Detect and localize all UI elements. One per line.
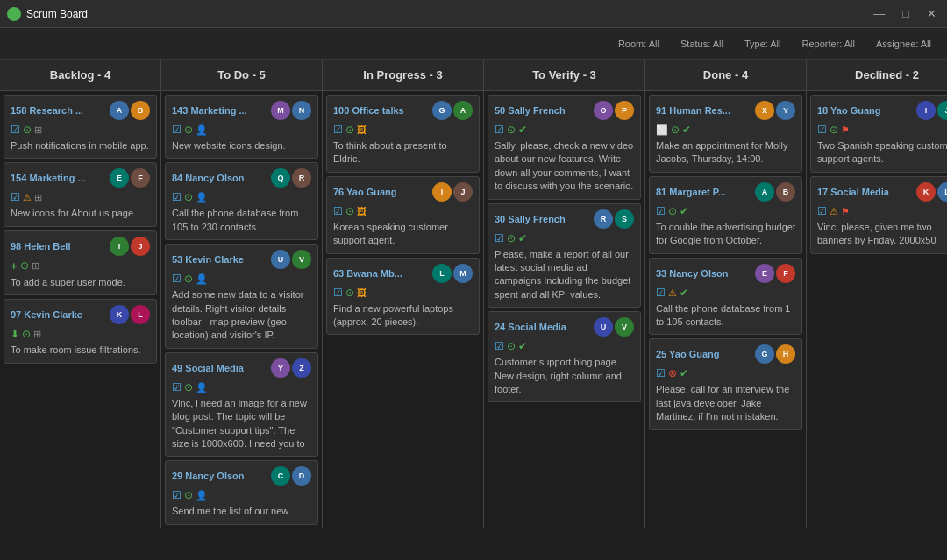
card-76[interactable]: 76 Yao GuangIJ☑⊙🖼Korean speaking custome… [326,176,480,254]
title-bar: Scrum Board — □ ✕ [0,0,947,28]
avatar: R [292,168,311,188]
card-84[interactable]: 84 Nancy OlsonQR☑⊙👤Call the phone databa… [165,162,318,240]
card-avatars-84: QR [271,168,311,188]
card-18[interactable]: 18 Yao GuangIJ☑⊙⚑Two Spanish speaking cu… [810,95,947,173]
circle-icon: ⊙ [507,232,516,245]
avatar: Y [776,101,795,120]
avatar: X [755,101,774,120]
app-logo [7,7,21,21]
avatar: O [594,101,613,120]
card-body-63: Find a new powerful laptops (approx. 20 … [333,302,473,330]
avatar: M [271,101,290,120]
card-body-76: Korean speaking customer support agent. [333,221,473,248]
card-header-100: 100 Office talksGA [333,101,473,120]
card-33[interactable]: 33 Nancy OlsonEF☑⚠✔Call the phone databa… [649,258,802,336]
column-header-toverify: To Verify - 3 [484,60,644,91]
card-header-98: 98 Helen BellIJ [11,237,150,256]
filter-assignee[interactable]: Assignee: All [871,37,936,51]
card-header-63: 63 Bwana Mb...LM [333,264,473,283]
circle-icon: ⊙ [345,287,354,299]
card-header-29: 29 Nancy OlsonCD [172,466,311,486]
green-check-icon: ✔ [518,124,527,136]
card-29[interactable]: 29 Nancy OlsonCD☑⊙👤Send me the list of o… [165,460,318,524]
card-icons-17: ☑⚠⚑ [817,205,947,217]
card-17[interactable]: 17 Social MediaKL☑⚠⚑Vinc, please, given … [810,176,947,254]
blue-check-icon: ☑ [495,232,504,245]
card-154[interactable]: 154 Marketing ...EF☑⚠⊞New icons for Abou… [4,162,157,226]
circle-icon: ⊙ [23,124,32,136]
card-158[interactable]: 158 Research ...AB☑⊙⊞Push notifications … [4,95,157,159]
card-50[interactable]: 50 Sally FrenchOP☑⊙✔Sally, please, check… [488,95,641,200]
circle-icon: ⊙ [345,124,354,136]
card-title-76: 76 Yao Guang [333,187,397,197]
card-icons-30: ☑⊙✔ [495,232,634,245]
column-inprogress: In Progress - 3100 Office talksGA☑⊙🖼To t… [323,60,484,528]
column-cards-inprogress: 100 Office talksGA☑⊙🖼To think about a pr… [323,91,483,528]
card-body-49: Vinc, i need an image for a new blog pos… [172,397,311,451]
card-body-91: Make an appointment for Molly Jacobs, Th… [656,139,795,167]
avatar: R [594,209,613,229]
warn-icon: ⚠ [23,191,32,203]
card-body-81: To double the advertising budget for Goo… [656,221,795,248]
card-header-97: 97 Kevin ClarkeKL [11,305,150,324]
down-icon: ⬇ [11,328,19,340]
circle-icon: ⊙ [671,124,680,136]
person-icon: 👤 [196,381,208,393]
restore-button[interactable]: □ [899,7,913,20]
card-header-30: 30 Sally FrenchRS [495,209,634,229]
card-63[interactable]: 63 Bwana Mb...LM☑⊙🖼Find a new powerful l… [326,258,480,336]
minimize-button[interactable]: — [870,7,888,20]
close-button[interactable]: ✕ [923,7,940,20]
filter-reporter[interactable]: Reporter: All [796,37,860,51]
card-24[interactable]: 24 Social MediaUV☑⊙✔Customer support blo… [488,311,641,402]
green-check-icon: ✔ [680,367,688,379]
avatar: G [432,101,452,120]
card-49[interactable]: 49 Social MediaYZ☑⊙👤Vinc, i need an imag… [165,352,318,457]
filter-room[interactable]: Room: All [613,37,665,51]
card-97[interactable]: 97 Kevin ClarkeKL⬇⊙⊞To make room issue f… [4,299,157,363]
column-cards-backlog: 158 Research ...AB☑⊙⊞Push notifications … [0,91,160,528]
avatar: G [755,344,774,364]
card-100[interactable]: 100 Office talksGA☑⊙🖼To think about a pr… [326,95,480,173]
avatar: Q [271,168,290,188]
card-avatars-33: EF [755,264,795,283]
card-143[interactable]: 143 Marketing ...MN☑⊙👤New website icons … [165,95,318,159]
card-icons-24: ☑⊙✔ [495,340,634,352]
card-81[interactable]: 81 Margaret P...AB☑⊙✔To double the adver… [649,176,802,254]
card-30[interactable]: 30 Sally FrenchRS☑⊙✔Please, make a repor… [488,203,641,308]
avatar: A [755,182,774,202]
card-header-24: 24 Social MediaUV [495,317,634,337]
blue-check-icon: ☑ [656,287,666,299]
circle-icon: ⊙ [345,205,354,217]
layers-icon: ⊞ [33,328,41,340]
card-icons-33: ☑⚠✔ [656,287,795,299]
avatar: I [110,237,129,256]
card-avatars-81: AB [755,182,795,202]
circle-icon: ⊙ [184,124,193,136]
card-avatars-97: KL [110,305,150,324]
green-check-icon: ✔ [680,287,688,299]
card-title-49: 49 Social Media [172,363,244,373]
layers-icon: ⊞ [34,124,42,136]
card-98[interactable]: 98 Helen BellIJ+⊙⊞To add a super user mo… [4,230,157,295]
column-header-backlog: Backlog - 4 [0,60,160,91]
blue-check-icon: ☑ [11,191,20,203]
filter-type[interactable]: Type: All [739,37,787,51]
card-header-143: 143 Marketing ...MN [172,101,311,120]
card-icons-25: ☑⊗✔ [656,367,795,379]
card-icons-50: ☑⊙✔ [495,124,634,136]
blue-check-icon: ☑ [172,273,182,285]
column-declined: Declined - 218 Yao GuangIJ☑⊙⚑Two Spanish… [807,60,947,528]
card-body-25: Please, call for an interview the last j… [656,383,795,423]
avatar: K [916,182,936,202]
circle-icon: ⊙ [184,489,193,501]
filter-status[interactable]: Status: All [675,37,729,51]
card-body-97: To make room issue filtrations. [11,344,150,357]
app-title: Scrum Board [26,8,88,20]
card-91[interactable]: 91 Human Res...XY⬜⊙✔Make an appointment … [649,95,802,173]
card-53[interactable]: 53 Kevin ClarkeUV☑⊙👤Add some new data to… [165,244,318,349]
card-icons-63: ☑⊙🖼 [333,287,473,299]
card-25[interactable]: 25 Yao GuangGH☑⊗✔Please, call for an int… [649,338,802,429]
avatar: J [937,101,947,120]
card-title-98: 98 Helen Bell [11,241,70,252]
